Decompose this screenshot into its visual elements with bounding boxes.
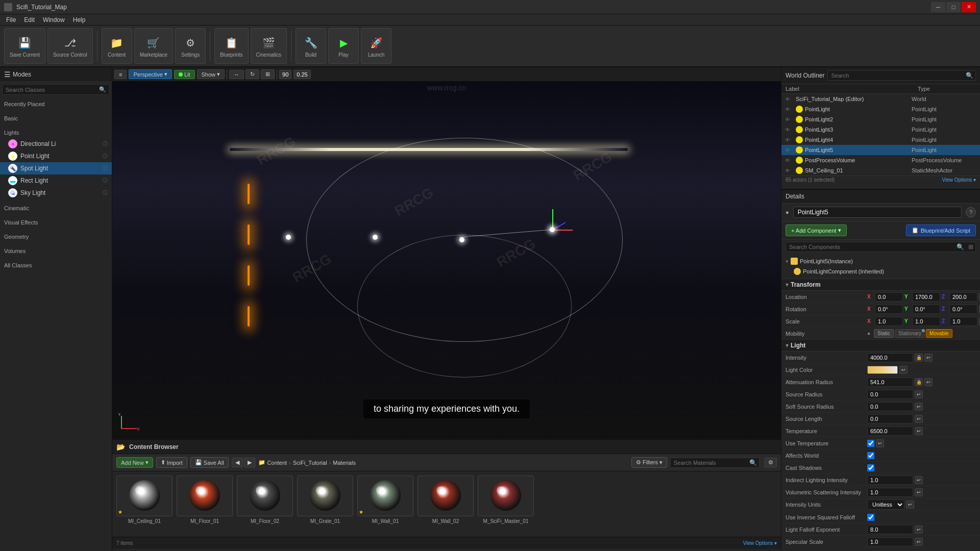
attenuation-radius-lock-button[interactable]: 🔒 [915, 378, 923, 386]
static-button[interactable]: Static [874, 329, 894, 338]
import-button[interactable]: ⬆ Import [156, 457, 187, 468]
wo-item-pointlight[interactable]: 👁PointLightPointLight [781, 104, 980, 114]
wo-vis-btn[interactable]: 👁 [783, 166, 792, 174]
show-button[interactable]: Show ▾ [197, 69, 225, 79]
cinematic-header[interactable]: Cinematic [0, 203, 112, 213]
details-grid-icon[interactable]: ⊞ [966, 242, 975, 252]
intensity-units-dropdown[interactable]: Unitless Candela Lumens [867, 499, 904, 510]
volumetric-scattering-input[interactable] [867, 488, 913, 497]
volumetric-scattering-reset-button[interactable]: ↩ [915, 488, 923, 496]
scale-x-input[interactable] [875, 317, 903, 326]
scale-button[interactable]: ⊞ [261, 69, 275, 79]
add-new-button[interactable]: Add New ▾ [116, 457, 153, 468]
attenuation-radius-reset-button[interactable]: ↩ [924, 378, 933, 386]
light-section-header[interactable]: ▾ Light [781, 340, 980, 352]
wo-search-input[interactable] [828, 71, 964, 80]
wo-vis-btn[interactable]: 👁 [783, 156, 792, 164]
build-button[interactable]: 🔧 Build [296, 28, 326, 64]
speed-value[interactable]: 0.25 [293, 70, 310, 79]
wo-item-pointlight4[interactable]: 👁PointLight4PointLight [781, 135, 980, 145]
path-scifi[interactable]: SciFi_Tutorial [293, 460, 327, 466]
soft-source-radius-reset-button[interactable]: ↩ [915, 403, 923, 411]
directional-light-item[interactable]: ☀ Directional Li ⓘ [0, 138, 112, 150]
geometry-header[interactable]: Geometry [0, 232, 112, 242]
sky-light-item[interactable]: 🌤 Sky Light ⓘ [0, 187, 112, 199]
intensity-lock-button[interactable]: 🔒 [915, 354, 923, 362]
spot-light-item[interactable]: 🔦 Spot Light ⓘ [0, 162, 112, 174]
wo-item-sm_ceiling_01[interactable]: 👁SM_Ceiling_01StaticMeshActor [781, 165, 980, 176]
specular-scale-reset-button[interactable]: ↩ [915, 538, 923, 546]
wo-vis-btn[interactable]: 👁 [783, 115, 792, 123]
rotation-z-input[interactable] [949, 305, 977, 314]
viewport[interactable]: RRCG RRCG RRCG RRCG RRCG www.rrcg.cn X Y… [112, 82, 781, 439]
volumes-header[interactable]: Volumes [0, 246, 112, 256]
lit-button[interactable]: Lit [174, 70, 195, 79]
details-help-button[interactable]: ? [966, 207, 976, 217]
menu-edit[interactable]: Edit [20, 15, 39, 24]
light-falloff-reset-button[interactable]: ↩ [915, 525, 923, 534]
asset-item-mi_wall_02[interactable]: MI_Wall_02 [418, 475, 474, 524]
details-search-bar[interactable]: 🔍 ⊞ [786, 242, 976, 252]
launch-button[interactable]: 🚀 Launch [361, 28, 391, 64]
viewport-options-button[interactable]: ≡ [114, 70, 127, 79]
intensity-input[interactable] [867, 353, 913, 362]
wo-item-pointlight3[interactable]: 👁PointLight3PointLight [781, 124, 980, 135]
wo-item-scifi_tutorial_map__editor_[interactable]: 👁SciFi_Tutorial_Map (Editor)World [781, 94, 980, 104]
source-radius-input[interactable] [867, 390, 913, 399]
source-length-reset-button[interactable]: ↩ [915, 415, 923, 423]
play-button[interactable]: ▶ Play [328, 28, 359, 64]
use-temperature-reset-button[interactable]: ↩ [876, 439, 884, 447]
location-y-input[interactable] [912, 292, 940, 302]
search-classes-bar[interactable]: 🔍 [2, 84, 110, 95]
path-materials[interactable]: Materials [333, 460, 356, 466]
perspective-button[interactable]: Perspective ▾ [129, 69, 172, 79]
translate-button[interactable]: ↔ [229, 70, 244, 79]
cb-search-input[interactable] [671, 458, 747, 467]
all-classes-header[interactable]: All Classes [0, 260, 112, 270]
rect-light-item[interactable]: ▬ Rect Light ⓘ [0, 174, 112, 187]
marketplace-button[interactable]: 🛒 Marketplace [134, 28, 173, 64]
scale-z-input[interactable] [949, 317, 977, 326]
location-z-input[interactable] [949, 292, 977, 302]
filters-button[interactable]: ⚙ Filters ▾ [631, 457, 667, 468]
cast-shadows-checkbox[interactable] [867, 464, 874, 471]
specular-scale-input[interactable] [867, 537, 913, 546]
add-component-button[interactable]: + Add Component ▾ [786, 224, 847, 236]
path-content[interactable]: Content [267, 460, 287, 466]
cinematics-button[interactable]: 🎬 Cinematics [251, 28, 287, 64]
wo-vis-btn[interactable]: 👁 [783, 95, 792, 103]
wo-view-options-button[interactable]: View Options ▾ [942, 177, 976, 183]
indirect-lighting-input[interactable] [867, 475, 913, 485]
cb-back-button[interactable]: ◀ [232, 458, 243, 467]
visual-effects-header[interactable]: Visual Effects [0, 217, 112, 228]
save-all-button[interactable]: 💾 Save All [190, 457, 229, 468]
rotate-button[interactable]: ↻ [246, 69, 259, 79]
content-button[interactable]: 📁 Content [102, 28, 132, 64]
menu-window[interactable]: Window [39, 15, 69, 24]
scale-y-input[interactable] [912, 317, 940, 326]
save-current-button[interactable]: 💾 Save Current [4, 28, 45, 64]
use-temperature-checkbox[interactable] [867, 440, 874, 447]
source-radius-reset-button[interactable]: ↩ [915, 390, 923, 398]
component-inherited-item[interactable]: PointLightComponent (Inherited) [781, 266, 980, 277]
wo-item-pointlight2[interactable]: 👁PointLight2PointLight [781, 114, 980, 124]
wo-vis-btn[interactable]: 👁 [783, 146, 792, 154]
cb-view-options-button[interactable]: View Options ▾ [743, 540, 777, 546]
asset-item-mi_grate_01[interactable]: MI_Grate_01 [297, 475, 353, 524]
cb-forward-button[interactable]: ▶ [244, 458, 255, 467]
point-light-item[interactable]: ● Point Light ⓘ [0, 150, 112, 162]
rotation-y-input[interactable] [912, 305, 940, 314]
content-browser-search[interactable]: 🔍 [670, 458, 760, 468]
maximize-button[interactable]: □ [946, 2, 961, 12]
light-color-reset-button[interactable]: ↩ [899, 366, 908, 374]
search-classes-input[interactable] [3, 85, 96, 94]
wo-vis-btn[interactable]: 👁 [783, 136, 792, 144]
location-x-input[interactable] [875, 292, 903, 302]
source-control-button[interactable]: ⎇ Source Control [47, 28, 93, 64]
wo-item-pointlight5[interactable]: 👁PointLight5PointLight [781, 145, 980, 155]
blueprints-button[interactable]: 📋 Blueprints [214, 28, 248, 64]
source-length-input[interactable] [867, 414, 913, 423]
blueprint-add-script-button[interactable]: 📋 Blueprint/Add Script [906, 224, 976, 236]
details-search-input[interactable] [786, 242, 954, 252]
light-color-swatch[interactable] [867, 366, 898, 374]
